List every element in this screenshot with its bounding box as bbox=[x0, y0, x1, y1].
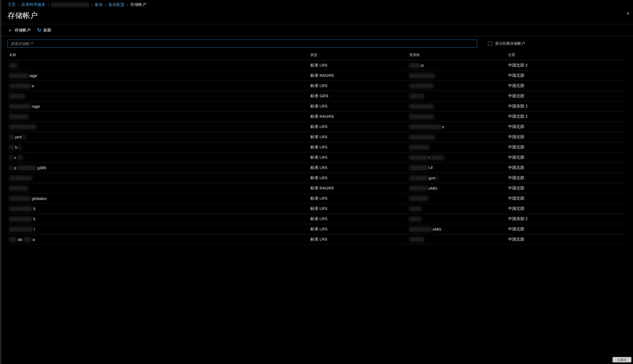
name-cell bbox=[8, 63, 310, 68]
redacted bbox=[9, 217, 32, 221]
group-fragment: l-F bbox=[429, 165, 434, 170]
redacted bbox=[9, 84, 31, 88]
location-cell: 中国东部 2 bbox=[508, 216, 620, 221]
breadcrumb-home[interactable]: 主页 bbox=[8, 2, 16, 7]
breadcrumb-backup-config[interactable]: 备份配置 bbox=[108, 2, 125, 7]
redacted bbox=[9, 155, 13, 160]
table-row[interactable]: e标准 LRS中国北部 bbox=[8, 81, 625, 91]
type-cell: 标准 LRS bbox=[310, 124, 409, 129]
name-cell: pg385 bbox=[8, 165, 310, 170]
type-cell: 标准 GRS bbox=[310, 93, 409, 99]
search-input[interactable] bbox=[8, 40, 477, 48]
name-cell: 5 bbox=[8, 206, 310, 211]
group-fragment: r bbox=[429, 155, 430, 160]
column-location[interactable]: 位置 bbox=[508, 53, 620, 57]
group-fragment: eMG bbox=[429, 186, 438, 190]
redacted bbox=[409, 176, 428, 181]
breadcrumb-redacted bbox=[51, 2, 89, 7]
resource-group-cell bbox=[409, 206, 508, 211]
redacted bbox=[18, 145, 21, 150]
name-cell: globalcn bbox=[8, 196, 310, 201]
table-row[interactable]: globalcn标准 LRS中国北部 bbox=[8, 193, 625, 204]
location-cell: 中国北部 bbox=[508, 227, 620, 232]
redacted bbox=[23, 237, 32, 242]
redacted bbox=[409, 84, 434, 88]
type-cell: 标准 LRS bbox=[310, 237, 409, 242]
table-row[interactable]: pg385标准 LRSl-F中国北部 bbox=[8, 163, 625, 173]
redacted bbox=[409, 63, 420, 68]
column-resource-group[interactable]: 资源组 bbox=[409, 53, 508, 57]
column-name[interactable]: 名称 bbox=[8, 53, 310, 57]
location-cell: 中国北部 bbox=[508, 134, 620, 140]
table-row[interactable]: 标准 LRSst中国北部 2 bbox=[8, 60, 625, 71]
table-row[interactable]: 标准 RAGRS中国北部 2 bbox=[8, 112, 625, 122]
redacted bbox=[9, 227, 33, 232]
redacted bbox=[409, 145, 429, 150]
resource-group-cell bbox=[409, 114, 508, 119]
redacted bbox=[9, 63, 17, 68]
resource-group-cell: gmt bbox=[409, 176, 508, 181]
table-row[interactable]: b标准 LRS中国北部 bbox=[8, 142, 625, 152]
show-classic-checkbox[interactable]: 显示经典存储帐户 bbox=[488, 41, 525, 46]
location-cell: 中国北部 bbox=[508, 83, 620, 88]
name-fragment: rage bbox=[32, 104, 40, 109]
redacted bbox=[9, 73, 28, 78]
type-cell: 标准 LRS bbox=[310, 196, 409, 201]
redacted bbox=[409, 104, 434, 109]
table-row[interactable]: aba标准 LRS中国北部 bbox=[8, 234, 625, 245]
name-fragment: s bbox=[14, 155, 16, 160]
location-cell: 中国北部 bbox=[508, 186, 620, 191]
type-cell: 标准 LRS bbox=[310, 206, 409, 211]
redacted bbox=[409, 94, 424, 99]
name-cell bbox=[8, 94, 310, 99]
name-fragment: a bbox=[33, 237, 35, 242]
close-icon: ✕ bbox=[627, 11, 630, 16]
table-row[interactable]: 5标准 LRS中国东部 2 bbox=[8, 214, 625, 224]
refresh-button[interactable]: ↻ 刷新 bbox=[37, 27, 51, 33]
table-row[interactable]: 标准 LRSe中国北部 bbox=[8, 122, 625, 132]
name-cell bbox=[8, 124, 310, 129]
redacted bbox=[409, 217, 421, 221]
table-row[interactable]: 标准 RAGRSeMG中国北部 bbox=[8, 183, 625, 193]
location-cell: 中国北部 bbox=[508, 237, 620, 242]
location-cell: 中国北部 2 bbox=[508, 63, 620, 68]
show-classic-label: 显示经典存储帐户 bbox=[495, 41, 525, 46]
type-cell: 标准 LRS bbox=[310, 175, 409, 181]
name-cell: rage bbox=[8, 104, 310, 109]
breadcrumb-app-services[interactable]: 应用程序服务 bbox=[21, 2, 46, 7]
redacted bbox=[409, 237, 424, 242]
column-type[interactable]: 类型 bbox=[310, 53, 409, 57]
resource-group-cell bbox=[409, 196, 508, 201]
resource-group-cell: eMG bbox=[409, 186, 508, 191]
group-fragment: gmt bbox=[429, 176, 435, 180]
location-cell: 中国北部 bbox=[508, 155, 620, 160]
add-storage-button[interactable]: ＋ 存储帐户 bbox=[8, 27, 31, 33]
name-cell: s bbox=[8, 155, 310, 160]
table-row[interactable]: l标准 LRSeMG中国北部 bbox=[8, 224, 625, 234]
table-row[interactable]: s标准 LRSr中国北部 bbox=[8, 152, 625, 163]
redacted bbox=[9, 135, 14, 140]
table-row[interactable]: 标准 GRS中国北部 bbox=[8, 91, 625, 101]
name-fragment: e bbox=[32, 84, 34, 88]
redacted bbox=[17, 165, 36, 170]
close-button[interactable]: ✕ bbox=[625, 10, 631, 17]
redacted bbox=[409, 186, 428, 191]
page-title: 存储帐户 bbox=[0, 9, 633, 24]
table-row[interactable]: rage标准 RAGRS中国北部 bbox=[8, 71, 625, 81]
resource-group-cell bbox=[409, 73, 508, 78]
table-row[interactable]: pinf标准 LRS中国北部 bbox=[8, 132, 625, 142]
table-row[interactable]: rage标准 LRS中国东部 2 bbox=[8, 101, 625, 112]
redacted bbox=[409, 135, 435, 140]
type-cell: 标准 LRS bbox=[310, 63, 409, 68]
location-cell: 中国北部 bbox=[508, 196, 620, 201]
checkbox-icon[interactable] bbox=[488, 41, 492, 46]
table-row[interactable]: 5标准 LRS中国北部 bbox=[8, 204, 625, 214]
name-cell: e bbox=[8, 84, 310, 88]
type-cell: 标准 LRS bbox=[310, 134, 409, 140]
redacted bbox=[9, 145, 14, 150]
name-cell: l bbox=[8, 227, 310, 232]
plus-icon: ＋ bbox=[8, 27, 12, 33]
breadcrumb-backup[interactable]: 备份 bbox=[95, 2, 103, 7]
name-fragment: ab bbox=[18, 237, 22, 242]
table-row[interactable]: 标准 LRSgmt中国北部 bbox=[8, 173, 625, 183]
